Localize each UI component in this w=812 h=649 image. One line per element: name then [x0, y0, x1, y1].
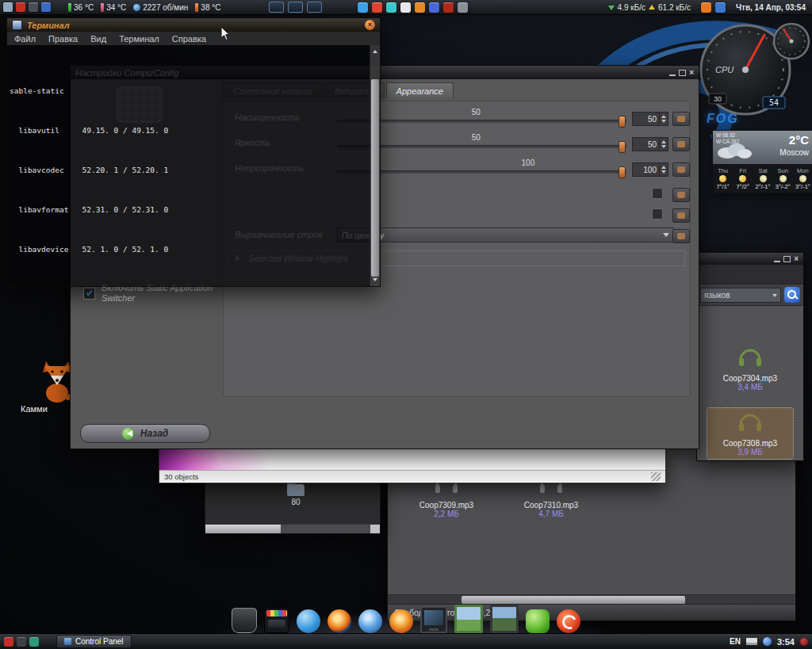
- taskbar-window[interactable]: [288, 2, 303, 13]
- spinbox-arrows[interactable]: [659, 162, 668, 177]
- browser-icon[interactable]: [389, 609, 413, 633]
- thunderbird-icon[interactable]: [358, 609, 382, 633]
- file-item[interactable]: Coop7308.mp3 3,9 МБ: [707, 408, 793, 459]
- spinbox-arrows[interactable]: [659, 112, 668, 126]
- spinbox[interactable]: 100: [632, 162, 668, 177]
- close-button[interactable]: ×: [689, 69, 694, 77]
- glass-icon[interactable]: [232, 608, 257, 633]
- red-swirl-icon[interactable]: [557, 609, 580, 633]
- folder-window[interactable]: 80: [205, 479, 381, 534]
- minimize-button[interactable]: [669, 69, 676, 76]
- reset-button[interactable]: [672, 162, 690, 177]
- checkbox[interactable]: [652, 208, 663, 220]
- slider-handle[interactable]: [619, 116, 626, 128]
- menu-item[interactable]: Справка: [172, 34, 206, 44]
- spinbox-arrows[interactable]: [659, 137, 668, 151]
- scrollbar-thumb[interactable]: [462, 596, 686, 604]
- forecast-day-icon: [719, 175, 726, 182]
- maximize-button[interactable]: [679, 70, 686, 76]
- launcher-red-icon[interactable]: [4, 637, 13, 647]
- frame-icon[interactable]: [490, 605, 519, 633]
- launcher-dark-icon[interactable]: [17, 637, 26, 647]
- green-app-icon[interactable]: [526, 609, 550, 633]
- tray-icon-red[interactable]: [372, 2, 382, 13]
- objects-window[interactable]: 30 objects: [159, 448, 666, 483]
- bluebird-icon[interactable]: [297, 609, 320, 633]
- clapper-icon[interactable]: [264, 608, 289, 633]
- cpu-gauge-widget[interactable]: CPU 54 30: [695, 21, 812, 117]
- keyboard-icon[interactable]: [746, 638, 757, 645]
- tab[interactable]: Appearance: [386, 82, 454, 98]
- tray-icon-orange[interactable]: [415, 2, 425, 13]
- gauge-main-value: 54: [769, 98, 779, 107]
- reset-button[interactable]: [672, 229, 690, 243]
- photo-icon[interactable]: [454, 605, 483, 633]
- pager-icon[interactable]: [41, 2, 51, 12]
- panel-clock[interactable]: Чтв, 14 Апр, 03:54: [736, 3, 806, 12]
- alignment-dropdown[interactable]: По центру: [337, 227, 674, 242]
- vertical-scrollbar[interactable]: [370, 45, 380, 286]
- terminal-window[interactable]: Терминал × Файл Правка Вид Терминал Спра…: [6, 17, 381, 287]
- menu-item[interactable]: Терминал: [119, 34, 159, 44]
- notification-icon[interactable]: [763, 637, 772, 646]
- taskbar-window[interactable]: [269, 2, 284, 13]
- launcher-teal-icon[interactable]: [29, 637, 39, 647]
- search-button[interactable]: [784, 287, 800, 303]
- file-name: Coop7309.mp3: [419, 501, 473, 510]
- folder-item[interactable]: 80: [278, 484, 313, 506]
- tray-icon-cyan[interactable]: [386, 2, 396, 13]
- menu-item[interactable]: Вид: [90, 34, 106, 44]
- weather-widget[interactable]: W 08.92 W CA 282 2°C Moscow Thu 7°/1° Fr…: [712, 130, 812, 193]
- horizontal-scrollbar[interactable]: [205, 524, 380, 533]
- tray-icon-white[interactable]: [400, 2, 411, 13]
- window-title: Терминал: [27, 21, 70, 30]
- firefox-tray-icon[interactable]: [701, 2, 711, 13]
- music-folder-window[interactable]: × языков Coop7304.mp3 3,4 МБ: [696, 252, 804, 461]
- slider-handle[interactable]: [619, 166, 626, 178]
- menu-item[interactable]: Файл: [14, 34, 36, 44]
- terminal-output[interactable]: sable-static libavutil 49.15. 0 / 49.15.…: [7, 45, 370, 286]
- scrollbar-arrow[interactable]: [370, 525, 380, 533]
- reset-button[interactable]: [672, 188, 690, 202]
- download-speed: 4.9 кБ/с: [618, 3, 645, 12]
- forecast-day-name: Mon: [797, 167, 809, 174]
- menu-item[interactable]: Правка: [48, 34, 78, 44]
- window-titlebar[interactable]: ×: [697, 253, 803, 265]
- volume-tray-icon[interactable]: [715, 2, 726, 13]
- reset-button[interactable]: [672, 112, 690, 126]
- scrollbar-thumb[interactable]: [205, 525, 281, 533]
- power-icon[interactable]: [800, 638, 808, 646]
- screen-icon[interactable]: [3, 2, 13, 12]
- taskbar-window[interactable]: [307, 2, 322, 13]
- tray-icon-darkred[interactable]: [443, 2, 454, 13]
- scrollbar-thumb[interactable]: [371, 79, 379, 277]
- location-dropdown[interactable]: языков: [700, 288, 781, 303]
- firefox-icon[interactable]: [327, 609, 351, 633]
- keyboard-layout-indicator[interactable]: EN: [730, 637, 741, 646]
- close-button[interactable]: ×: [365, 20, 375, 30]
- slider-handle[interactable]: [619, 141, 626, 153]
- taskbar-clock[interactable]: 3:54: [777, 637, 795, 647]
- tray-icon-indigo[interactable]: [429, 2, 439, 13]
- chip-icon[interactable]: [29, 2, 38, 12]
- tray-icon-blue[interactable]: [358, 2, 368, 13]
- enable-plugin-checkbox[interactable]: [83, 288, 95, 300]
- spinbox[interactable]: 50: [632, 137, 668, 151]
- back-button[interactable]: Назад: [80, 424, 210, 443]
- window-titlebar[interactable]: Терминал ×: [7, 18, 380, 32]
- checkbox[interactable]: [652, 188, 663, 199]
- close-button[interactable]: ×: [794, 255, 799, 263]
- taskbar-button-control-panel[interactable]: Control Panel: [56, 635, 132, 648]
- tray-icon-gray[interactable]: [458, 2, 468, 13]
- reset-button[interactable]: [672, 137, 690, 151]
- file-item[interactable]: Coop7304.mp3 3,4 МБ: [707, 343, 793, 394]
- maximize-button[interactable]: [783, 256, 791, 262]
- minimize-button[interactable]: [774, 255, 780, 262]
- hat-icon[interactable]: [16, 2, 25, 12]
- forecast-day-name: Sat: [758, 167, 767, 174]
- monitor-icon[interactable]: [420, 606, 447, 633]
- reset-button[interactable]: [672, 208, 690, 223]
- resize-grip[interactable]: [651, 472, 661, 481]
- spinbox[interactable]: 50: [632, 112, 668, 126]
- headphones-icon: [737, 410, 764, 437]
